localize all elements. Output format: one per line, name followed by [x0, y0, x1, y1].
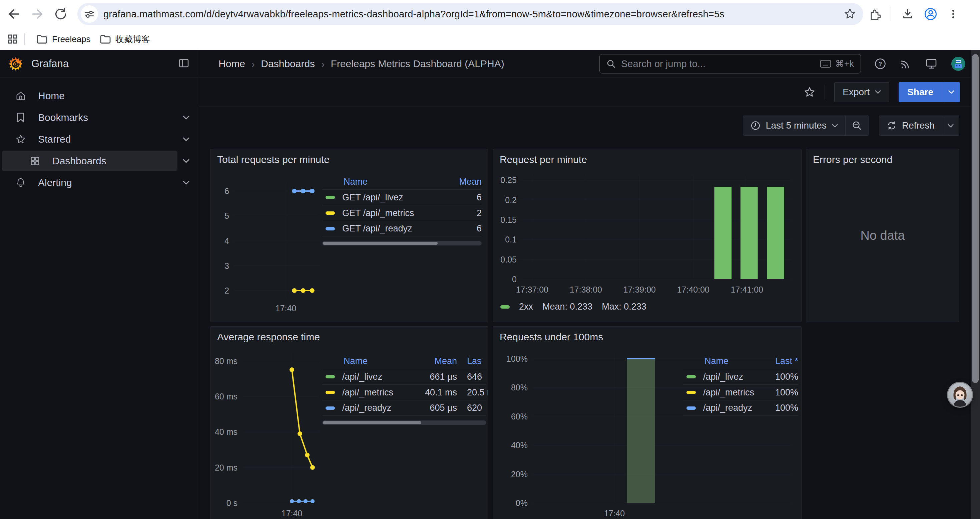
svg-text:0: 0: [512, 275, 517, 284]
series-swatch: [326, 196, 335, 199]
mega-menu-toggle-icon[interactable]: [178, 57, 189, 69]
svg-text:20%: 20%: [511, 469, 528, 479]
url-text[interactable]: grafana.mathmast.com/d/deytv4rwavabkb/fr…: [103, 9, 838, 20]
browser-back-button[interactable]: [5, 5, 23, 23]
series-swatch: [326, 211, 335, 215]
bookmark-label: 收藏博客: [115, 34, 150, 45]
bookmark-folder-blogs[interactable]: 收藏博客: [95, 31, 155, 48]
legend-header-name[interactable]: Name: [705, 356, 755, 366]
chevron-down-icon[interactable]: [183, 181, 189, 185]
average-response-time-chart[interactable]: 80 ms60 ms40 ms20 ms0 s17:40: [213, 347, 323, 519]
svg-text:0.05: 0.05: [500, 255, 517, 264]
legend-line[interactable]: 2xx Mean: 0.233 Max: 0.233: [500, 302, 646, 312]
sidebar-item-label: Alerting: [38, 177, 72, 188]
legend-row[interactable]: GET /api/_readyz 6: [322, 221, 482, 236]
legend-header-last[interactable]: Las: [457, 356, 486, 366]
legend-header-name[interactable]: Name: [344, 356, 414, 366]
chevron-down-icon[interactable]: [183, 137, 189, 141]
chevron-down-icon[interactable]: [183, 115, 189, 120]
window-scrollbar-thumb[interactable]: [972, 54, 978, 383]
legend-row[interactable]: /api/_readyz 100%: [683, 400, 798, 416]
total-requests-chart[interactable]: 6543217:40: [213, 169, 323, 319]
bookmark-icon: [15, 113, 26, 123]
display-kiosk-icon[interactable]: [925, 58, 937, 69]
favorite-star-button[interactable]: [804, 86, 815, 98]
panel-title[interactable]: Average response time: [217, 331, 320, 343]
sidebar-item-starred[interactable]: Starred: [0, 129, 199, 149]
browser-reload-button[interactable]: [51, 5, 70, 23]
legend-header-name[interactable]: Name: [344, 177, 458, 187]
sidebar-item-home[interactable]: Home: [0, 86, 199, 105]
panel-requests-under-100ms: Requests under 100ms 100%80%60%40%20%0%1…: [493, 326, 802, 519]
panel-title[interactable]: Request per minute: [500, 154, 587, 165]
zoom-out-button[interactable]: [846, 115, 869, 136]
address-bar[interactable]: grafana.mathmast.com/d/deytv4rwavabkb/fr…: [77, 3, 863, 25]
svg-text:17:40: 17:40: [282, 509, 302, 518]
search-input[interactable]: [621, 58, 815, 69]
legend-scrollbar[interactable]: [322, 420, 486, 425]
time-controls: Last 5 minutes Refresh: [199, 107, 980, 136]
legend-row[interactable]: /api/_readyz 605 µs 620: [322, 400, 486, 416]
svg-text:6: 6: [224, 186, 229, 196]
legend-scrollbar[interactable]: [322, 241, 482, 246]
time-range-picker[interactable]: Last 5 minutes: [743, 115, 846, 136]
window-scrollbar[interactable]: [970, 50, 980, 519]
legend-row[interactable]: GET /api/_livez 6: [322, 189, 482, 205]
downloads-icon[interactable]: [901, 8, 914, 21]
legend-row[interactable]: /api/_metrics 40.1 ms 20.5 r: [322, 385, 486, 400]
browser-forward-button[interactable]: [28, 5, 47, 23]
series-swatch: [326, 375, 335, 378]
svg-text:0.1: 0.1: [505, 235, 517, 244]
refresh-button[interactable]: Refresh: [879, 115, 942, 136]
chevron-down-icon[interactable]: [183, 159, 189, 163]
help-icon[interactable]: ?: [875, 58, 886, 69]
floating-assistant-avatar[interactable]: [948, 383, 972, 407]
browser-menu-kebab-icon[interactable]: [947, 8, 959, 20]
extensions-icon[interactable]: [869, 8, 881, 20]
bookmark-folder-freeleaps[interactable]: Freeleaps: [32, 31, 95, 47]
brand-area: Grafana: [0, 50, 199, 77]
legend-scrollbar-thumb[interactable]: [323, 242, 438, 245]
panel-request-per-minute: Request per minute 0.250.20.150.10.05017…: [493, 149, 802, 322]
refresh-interval-dropdown[interactable]: [942, 115, 959, 136]
forward-arrow-icon: [33, 10, 42, 18]
request-per-minute-chart[interactable]: 0.250.20.150.10.05017:37:0017:38:0017:39…: [496, 169, 799, 319]
breadcrumb-separator: ›: [321, 59, 325, 69]
user-avatar[interactable]: [951, 57, 965, 71]
breadcrumb-home[interactable]: Home: [218, 58, 245, 69]
dashboard-toolbar: Export Share: [199, 77, 980, 107]
legend-row[interactable]: /api/_livez 100%: [683, 369, 798, 385]
toolbar-divider: [824, 85, 825, 99]
apps-grid-icon[interactable]: [7, 34, 18, 45]
folder-icon: [37, 34, 48, 44]
sidebar-item-dashboards[interactable]: Dashboards: [0, 151, 199, 171]
sidebar-item-bookmarks[interactable]: Bookmarks: [0, 108, 199, 127]
sidebar-nav: Home Bookmarks Starred Dashboards: [0, 77, 199, 519]
series-swatch: [686, 375, 696, 378]
site-settings-icon[interactable]: [81, 5, 98, 23]
svg-text:0.25: 0.25: [500, 175, 517, 185]
panel-title[interactable]: Total requests per minute: [217, 154, 329, 165]
legend-row[interactable]: /api/_livez 661 µs 646: [322, 369, 486, 385]
breadcrumb-dashboards[interactable]: Dashboards: [261, 58, 315, 69]
panel-title[interactable]: Requests under 100ms: [500, 331, 603, 343]
share-dropdown-button[interactable]: [942, 82, 960, 102]
sidebar-item-alerting[interactable]: Alerting: [0, 173, 199, 192]
legend-row[interactable]: GET /api/_metrics 2: [322, 205, 482, 221]
legend-header-mean[interactable]: Mean: [414, 356, 457, 366]
browser-toolbar: grafana.mathmast.com/d/deytv4rwavabkb/fr…: [0, 0, 980, 28]
news-rss-icon[interactable]: [900, 58, 911, 69]
svg-text:17:39:00: 17:39:00: [624, 285, 656, 294]
export-button[interactable]: Export: [834, 82, 889, 102]
grafana-logo[interactable]: [9, 56, 23, 72]
legend-row[interactable]: /api/_metrics 100%: [683, 385, 798, 400]
profile-icon[interactable]: [924, 7, 937, 21]
bookmark-star-icon[interactable]: [844, 8, 856, 20]
legend-header-mean[interactable]: Mean: [458, 177, 482, 187]
legend-header-last[interactable]: Last *: [755, 356, 798, 366]
search-box[interactable]: ⌘+k: [600, 54, 861, 73]
legend-scrollbar-thumb[interactable]: [323, 421, 421, 424]
share-button[interactable]: Share: [899, 82, 942, 102]
bell-icon: [15, 178, 26, 188]
svg-text:5: 5: [224, 211, 229, 220]
